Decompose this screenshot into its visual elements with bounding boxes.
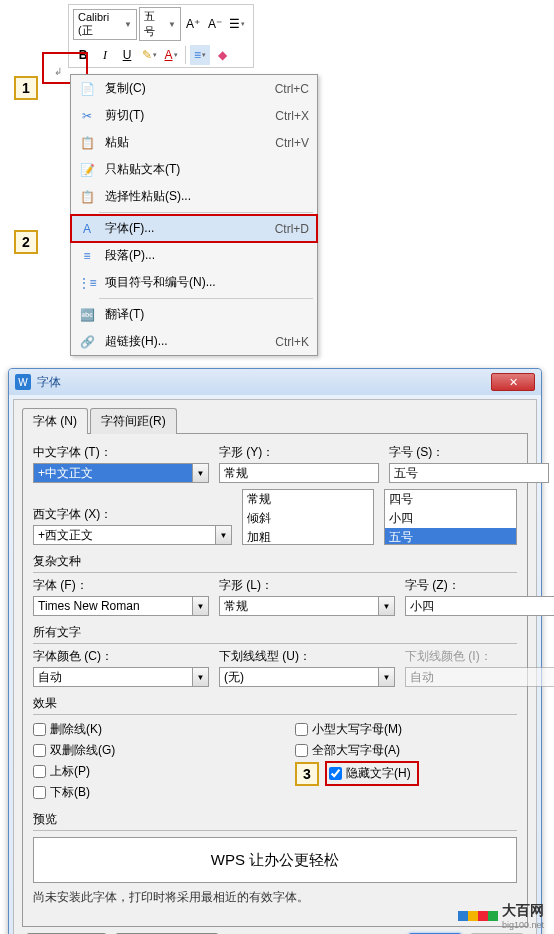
west-font-label: 西文字体 (X)：	[33, 506, 232, 523]
size-listbox[interactable]: 四号 小四 五号	[384, 489, 517, 545]
app-icon: W	[15, 374, 31, 390]
increase-font-button[interactable]: A⁺	[183, 14, 203, 34]
chk-smallcaps[interactable]: 小型大写字母(M)	[295, 719, 517, 740]
underline-label: 下划线线型 (U)：	[219, 648, 395, 665]
c-size-label: 字号 (Z)：	[405, 577, 554, 594]
close-button[interactable]: ✕	[491, 373, 535, 391]
complex-group: 复杂文种	[33, 553, 517, 573]
ctx-paste-text[interactable]: 📝只粘贴文本(T)	[71, 156, 317, 183]
c-font-label: 字体 (F)：	[33, 577, 209, 594]
copy-icon: 📄	[79, 81, 95, 97]
preview-group: 预览	[33, 811, 517, 831]
size-label: 字号 (S)：	[389, 444, 549, 461]
cn-font-label: 中文字体 (T)：	[33, 444, 209, 461]
paste-icon: 📋	[79, 135, 95, 151]
cn-font-combo[interactable]: ▼	[33, 463, 209, 483]
ul-color-label: 下划线颜色 (I)：	[405, 648, 554, 665]
ctx-translate[interactable]: 🔤翻译(T)	[71, 301, 317, 328]
chk-superscript[interactable]: 上标(P)	[33, 761, 255, 782]
translate-icon: 🔤	[79, 307, 95, 323]
ctx-hyperlink[interactable]: 🔗超链接(H)...Ctrl+K	[71, 328, 317, 355]
font-note: 尚未安装此字体，打印时将采用最相近的有效字体。	[33, 889, 517, 906]
paragraph-icon: ≡	[79, 248, 95, 264]
style-listbox[interactable]: 常规 倾斜 加粗	[242, 489, 375, 545]
font-name-combo[interactable]: Calibri (正▼	[73, 9, 137, 40]
ctx-paragraph[interactable]: ≡段落(P)...	[71, 242, 317, 269]
ctx-paste[interactable]: 📋粘贴Ctrl+V	[71, 129, 317, 156]
chk-allcaps[interactable]: 全部大写字母(A)	[295, 740, 517, 761]
decrease-font-button[interactable]: A⁻	[205, 14, 225, 34]
style-combo[interactable]	[219, 463, 379, 483]
font-size-combo[interactable]: 五号▼	[139, 7, 181, 41]
size-combo[interactable]	[389, 463, 549, 483]
underline-combo[interactable]: ▼	[219, 667, 395, 687]
align-button[interactable]: ≡▾	[190, 45, 210, 65]
formatting-toolbar: Calibri (正▼ 五号▼ A⁺ A⁻ ☰▾ B I U ✎▾ A▾ ≡▾ …	[68, 4, 254, 68]
chk-dblstrike[interactable]: 双删除线(G)	[33, 740, 255, 761]
ctx-cut[interactable]: ✂剪切(T)Ctrl+X	[71, 102, 317, 129]
font-icon: A	[79, 221, 95, 237]
chk-hidden[interactable]: 隐藏文字(H)	[325, 761, 419, 786]
font-dialog: W 字体 ✕ 字体 (N) 字符间距(R) 中文字体 (T)： ▼ 字形 (Y)…	[8, 368, 542, 934]
ctx-font[interactable]: A字体(F)...Ctrl+D	[70, 214, 318, 243]
callout-3: 3	[295, 762, 319, 786]
effects-group: 效果	[33, 695, 517, 715]
callout-1: 1	[14, 76, 38, 100]
all-text-group: 所有文字	[33, 624, 517, 644]
hyperlink-icon: 🔗	[79, 334, 95, 350]
cut-icon: ✂	[79, 108, 95, 124]
callout-2: 2	[14, 230, 38, 254]
clear-format-button[interactable]: ◆	[212, 45, 232, 65]
context-menu: 📄复制(C)Ctrl+C ✂剪切(T)Ctrl+X 📋粘贴Ctrl+V 📝只粘贴…	[70, 74, 318, 356]
paste-text-icon: 📝	[79, 162, 95, 178]
c-size-combo[interactable]: ▼	[405, 596, 554, 616]
ul-color-combo[interactable]: ▼	[405, 667, 554, 687]
underline-button[interactable]: U	[117, 45, 137, 65]
c-style-label: 字形 (L)：	[219, 577, 395, 594]
font-color-label: 字体颜色 (C)：	[33, 648, 209, 665]
italic-button[interactable]: I	[95, 45, 115, 65]
dialog-titlebar[interactable]: W 字体 ✕	[9, 369, 541, 395]
chk-strike[interactable]: 删除线(K)	[33, 719, 255, 740]
tab-font[interactable]: 字体 (N)	[22, 408, 88, 434]
ctx-copy[interactable]: 📄复制(C)Ctrl+C	[71, 75, 317, 102]
tab-spacing[interactable]: 字符间距(R)	[90, 408, 177, 434]
paste-special-icon: 📋	[79, 189, 95, 205]
watermark: 大百网big100.net	[458, 902, 544, 930]
font-color-combo[interactable]: ▼	[33, 667, 209, 687]
font-color-button[interactable]: A▾	[161, 45, 181, 65]
ctx-paste-special[interactable]: 📋选择性粘贴(S)...	[71, 183, 317, 210]
highlight-color-button[interactable]: ✎▾	[139, 45, 159, 65]
c-style-combo[interactable]: ▼	[219, 596, 395, 616]
c-font-combo[interactable]: ▼	[33, 596, 209, 616]
dialog-title: 字体	[37, 374, 491, 391]
west-font-combo[interactable]: ▼	[33, 525, 232, 545]
line-spacing-button[interactable]: ☰▾	[227, 14, 247, 34]
bullets-icon: ⋮≡	[79, 275, 95, 291]
preview-box: WPS 让办公更轻松	[33, 837, 517, 883]
ctx-bullets[interactable]: ⋮≡项目符号和编号(N)...	[71, 269, 317, 296]
chk-subscript[interactable]: 下标(B)	[33, 782, 255, 803]
style-label: 字形 (Y)：	[219, 444, 379, 461]
